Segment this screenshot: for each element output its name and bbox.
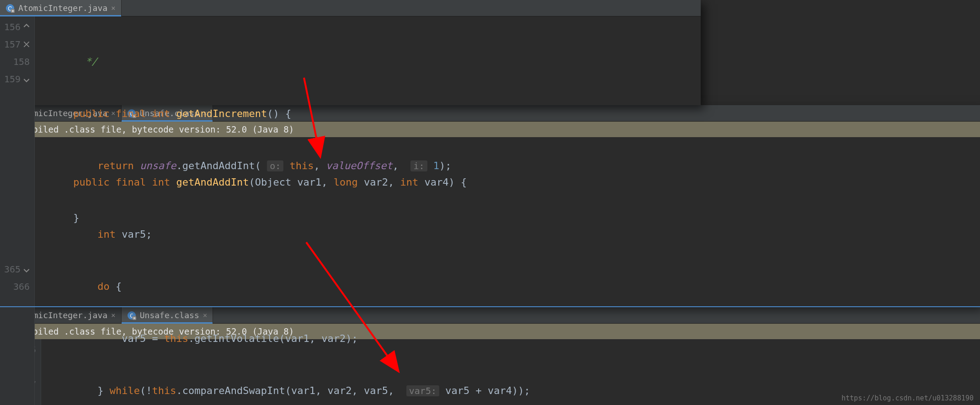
code-row: return unsafe.getAndAddInt( o: this, val… [35,157,701,175]
line-number: 159 [3,70,30,88]
code-1[interactable]: */ public final int getAndIncrement() { … [35,16,701,263]
code-row: } while(!this.compareAndSwapInt(var1, va… [35,382,980,400]
code-row: */ [35,53,701,70]
code-row: public final int getAndIncrement() { [35,105,701,123]
close-icon[interactable]: × [111,4,116,12]
line-number: 366 [3,278,30,295]
fold-icon[interactable] [23,36,30,53]
gutter-1: 156 157 158 159 [0,16,35,263]
tab-label: AtomicInteger.java [18,3,107,13]
code-row: } [35,209,701,227]
line-number: 158 [3,53,30,70]
code-row: do { [35,278,980,295]
tab-atomicinteger[interactable]: C AtomicInteger.java × [0,0,122,16]
tabbar-1: C AtomicInteger.java × [0,0,701,16]
line-number: 156 [3,18,30,36]
fold-icon[interactable] [23,18,30,36]
svg-rect-3 [12,10,14,12]
pane-divider [0,306,980,307]
fold-icon[interactable] [23,70,30,88]
class-icon: C [5,4,15,13]
watermark: https://blog.csdn.net/u013288190 [842,394,974,402]
editor-pane-1: C AtomicInteger.java × 156 157 158 159 *… [0,0,701,105]
code-area-1: 156 157 158 159 */ public final int getA… [0,16,701,263]
code-row: var5 = this.getIntVolatile(var1, var2); [35,330,980,347]
line-number: 157 [3,36,30,53]
